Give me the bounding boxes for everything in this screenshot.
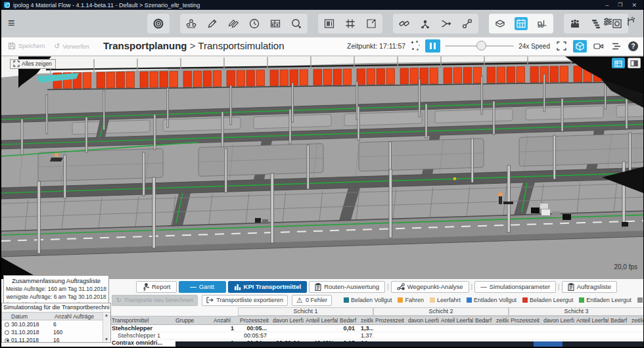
- ipolog-logo-icon[interactable]: [624, 15, 637, 28]
- window-title: ipolog 4 Material Flow - 4.1.14-beta.11 …: [13, 2, 200, 9]
- tab-routen-auswertung[interactable]: Routen-Auswertung: [309, 281, 385, 293]
- minimize-button[interactable]: –: [605, 2, 609, 9]
- summary-line: wenigste Aufträge: 6 am Tag 30.10.2018: [4, 294, 108, 300]
- table-row[interactable]: Stehschlepper 1 00:05:571,37...: [110, 332, 643, 339]
- process-flow-icon[interactable]: [185, 17, 198, 30]
- show-all-button[interactable]: Alles zeigen: [10, 59, 56, 69]
- simulation-day-panel: Simulationstag für die Transportberechni…: [1, 303, 111, 343]
- busy-spinner-icon: [410, 41, 421, 51]
- people-group-icon[interactable]: [568, 17, 582, 30]
- fps-label: 20,0 fps: [614, 263, 637, 271]
- export-frame-icon[interactable]: [365, 17, 378, 30]
- summary-line: Meiste Aufträge: 160 am Tag 31.10.2018: [4, 286, 108, 292]
- undo-icon: ↺: [54, 42, 60, 51]
- radio-selected[interactable]: [5, 338, 9, 343]
- scroll-up-icon[interactable]: ▲: [104, 313, 109, 317]
- tab-gantt[interactable]: — Gantt: [179, 281, 226, 293]
- layout-table-icon[interactable]: [269, 17, 282, 30]
- breadcrumb-module[interactable]: Transportplanung: [103, 40, 187, 51]
- discard-button[interactable]: ↺ Verwerfen: [54, 42, 89, 51]
- day-row[interactable]: 31.10.2018160: [2, 328, 110, 336]
- waypoints-icon: [397, 283, 405, 290]
- save-icon: [8, 42, 16, 50]
- pencils-icon[interactable]: [227, 17, 240, 30]
- pause-button[interactable]: [425, 39, 440, 53]
- forklift-icon[interactable]: [536, 17, 549, 30]
- scrollbar[interactable]: ▲▼: [103, 313, 110, 341]
- legend-chip: [579, 297, 584, 303]
- transport-schedule-icon[interactable]: [515, 17, 528, 30]
- timeline-slider[interactable]: [445, 41, 514, 51]
- node-branch-icon[interactable]: [419, 17, 432, 30]
- fit-screen-icon[interactable]: [555, 40, 568, 53]
- column-header-anzahl[interactable]: Anzahl Aufträge: [53, 313, 104, 320]
- close-button[interactable]: ✕: [632, 2, 637, 9]
- tab-report[interactable]: Report: [136, 281, 177, 293]
- save-label: Speichern: [18, 43, 45, 49]
- column-header-datum[interactable]: Datum: [2, 313, 53, 320]
- filter-sliders-icon[interactable]: [601, 15, 614, 28]
- view-3d-button[interactable]: [573, 40, 587, 53]
- breadcrumb: Transportplanung > Transportsimulation: [103, 40, 285, 51]
- ribbon-bar: Speichern ↺ Verwerfen Transportplanung >…: [1, 37, 643, 56]
- tab-auftragsliste[interactable]: Auftragsliste: [562, 281, 617, 293]
- discard-label: Verwerfen: [62, 43, 89, 50]
- shift-header: Schicht 1: [238, 307, 373, 316]
- stacked-levels-icon[interactable]: [589, 17, 603, 30]
- radio-unselected[interactable]: [5, 322, 9, 327]
- taskbar-peek: [175, 341, 644, 347]
- help-icon[interactable]: ?: [628, 41, 638, 51]
- viewport-3d[interactable]: Alles zeigen 20,0 fps: [1, 56, 643, 279]
- radio-unselected[interactable]: [5, 330, 9, 335]
- export-button[interactable]: Transportliste exportieren: [202, 295, 288, 306]
- search-locate-icon[interactable]: [290, 17, 303, 30]
- chain-link-icon[interactable]: [398, 17, 411, 30]
- pencil-icon[interactable]: [206, 17, 219, 30]
- kpi-table-header[interactable]: TransportmittelGruppeAnzahl Prozesszeitd…: [110, 316, 644, 325]
- main-toolbar: ≡: [1, 10, 643, 37]
- tab-kpi-transportmittel[interactable]: KPI Transportmittel: [228, 281, 308, 293]
- layer-list-icon[interactable]: [610, 40, 624, 53]
- refresh-icon: ↻: [116, 297, 122, 303]
- dash-icon: —: [480, 283, 487, 290]
- legend-chip: [467, 297, 472, 303]
- export-icon: [206, 297, 214, 303]
- scroll-down-icon[interactable]: ▼: [104, 337, 109, 341]
- menu-icon[interactable]: ≡: [8, 17, 15, 29]
- shift-header-row: Schicht 1 Schicht 2 Schicht 3: [110, 307, 644, 316]
- merge-arrows-icon[interactable]: [440, 17, 453, 30]
- recalculate-button[interactable]: ↻ Transporte neu berechnen: [112, 295, 198, 306]
- day-row[interactable]: 30.10.20186: [2, 320, 110, 328]
- toolbar-group-transport: [489, 14, 553, 33]
- toolbar-group-view: [147, 14, 170, 33]
- camera-path-icon[interactable]: [591, 40, 605, 53]
- maximize-button[interactable]: ❐: [618, 2, 622, 9]
- tab-wegepunkt-analyse[interactable]: Wegepunkt-Analyse: [391, 281, 469, 293]
- bar-chart-icon: [234, 283, 241, 290]
- gantt-legend: Beladen Vollgut Fahren Leerfahrt Entlade…: [344, 295, 644, 305]
- toolbar-group-windows: [318, 14, 382, 33]
- schedule-view-button[interactable]: [612, 58, 625, 68]
- toolbar-group-edit: [180, 14, 308, 33]
- view-target-icon[interactable]: [152, 17, 165, 30]
- legend-chip: [344, 297, 349, 303]
- chain-nodes-icon[interactable]: [461, 17, 474, 30]
- shift-header: Schicht 3: [509, 307, 644, 316]
- warning-icon: ⚠: [296, 296, 303, 305]
- split-view-button[interactable]: [628, 58, 641, 68]
- save-button[interactable]: Speichern: [8, 42, 45, 50]
- warehouse-scene: [1, 56, 643, 279]
- simulation-day-title: Simulationstag für die Transportberechni: [2, 303, 110, 312]
- day-row[interactable]: 01.11.201816: [2, 336, 110, 343]
- table-row[interactable]: Stehschlepper1 00:05...0,011,3...: [110, 325, 643, 332]
- tab-simulationsparameter[interactable]: — Simulationsparameter: [474, 281, 556, 293]
- open-box-icon[interactable]: [494, 17, 507, 30]
- clipboard-icon: [568, 283, 574, 291]
- legend-chip: [637, 297, 643, 303]
- errors-button[interactable]: ⚠ 0 Fehler: [292, 295, 332, 306]
- clock-icon[interactable]: [248, 17, 261, 30]
- window-layout-icon[interactable]: [323, 17, 336, 30]
- legend-chip: [430, 297, 435, 303]
- grid-icon[interactable]: [344, 17, 357, 30]
- titlebar: ipolog 4 Material Flow - 4.1.14-beta.11 …: [1, 0, 643, 10]
